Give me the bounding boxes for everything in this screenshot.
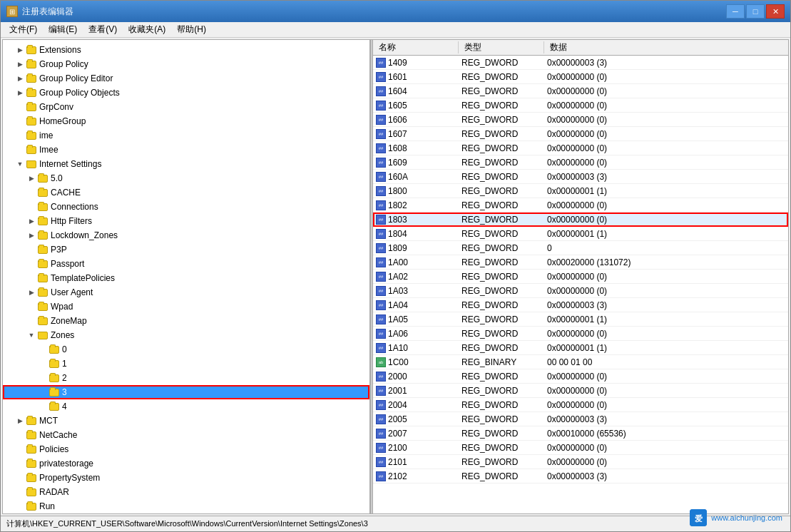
tree-node-mct[interactable]: ▶MCT: [3, 414, 369, 428]
tree-node-lockdown_zones[interactable]: ▶Lockdown_Zones: [3, 228, 369, 242]
tree-node-zones[interactable]: ▼Zones: [3, 328, 369, 342]
tree-expander[interactable]: [14, 458, 26, 469]
table-row[interactable]: ##2001REG_DWORD0x00000000 (0): [373, 384, 788, 398]
tree-expander[interactable]: ▶: [26, 230, 37, 241]
tree-expander[interactable]: [26, 272, 37, 284]
table-row[interactable]: ##1A05REG_DWORD0x00000001 (1): [373, 312, 788, 327]
menu-item-h[interactable]: 帮助(H): [171, 22, 212, 37]
tree-node-homegroup[interactable]: HomeGroup: [3, 114, 369, 128]
tree-expander[interactable]: [37, 358, 49, 369]
tree-expander[interactable]: ▼: [26, 329, 37, 341]
tree-node-zone4[interactable]: 4: [3, 399, 369, 414]
tree-expander[interactable]: [26, 258, 37, 270]
tree-expander[interactable]: [26, 244, 37, 255]
tree-expander[interactable]: [14, 144, 26, 155]
tree-expander[interactable]: [26, 315, 37, 327]
tree-node-internet_settings[interactable]: ▼Internet Settings: [3, 157, 369, 171]
table-row[interactable]: ##1608REG_DWORD0x00000000 (0): [373, 141, 788, 155]
table-row[interactable]: ##2005REG_DWORD0x00000003 (3): [373, 412, 788, 426]
tree-node-user_agent[interactable]: ▶User Agent: [3, 285, 369, 300]
tree-node-connections[interactable]: Connections: [3, 200, 369, 214]
table-row[interactable]: ##1605REG_DWORD0x00000000 (0): [373, 98, 788, 113]
table-row[interactable]: ##1607REG_DWORD0x00000000 (0): [373, 127, 788, 141]
tree-node-zone3[interactable]: 3: [3, 385, 369, 399]
tree-expander[interactable]: [26, 187, 37, 198]
tree-expander[interactable]: [37, 387, 49, 398]
table-row[interactable]: ##1606REG_DWORD0x00000000 (0): [373, 113, 788, 127]
tree-expander[interactable]: ▼: [14, 158, 26, 170]
table-row[interactable]: ##1A04REG_DWORD0x00000003 (3): [373, 298, 788, 312]
tree-node-netcache[interactable]: NetCache: [3, 428, 369, 442]
menu-item-v[interactable]: 查看(V): [83, 22, 123, 37]
tree-node-passport[interactable]: Passport: [3, 257, 369, 271]
menu-item-f[interactable]: 文件(F): [4, 22, 43, 37]
tree-expander[interactable]: ▶: [14, 44, 26, 56]
table-row[interactable]: ##1800REG_DWORD0x00000001 (1): [373, 184, 788, 198]
tree-expander[interactable]: ▶: [14, 58, 26, 70]
table-row[interactable]: ##1A02REG_DWORD0x00000000 (0): [373, 270, 788, 284]
tree-expander[interactable]: [14, 444, 26, 455]
tree-node-zone0[interactable]: 0: [3, 342, 369, 357]
table-row[interactable]: ##1A06REG_DWORD0x00000000 (0): [373, 327, 788, 341]
tree-node-ver50[interactable]: ▶5.0: [3, 171, 369, 185]
tree-expander[interactable]: ▶: [26, 173, 37, 184]
table-row[interactable]: ##1804REG_DWORD0x00000001 (1): [373, 227, 788, 241]
menu-item-e[interactable]: 编辑(E): [43, 22, 83, 37]
tree-node-property_system[interactable]: PropertySystem: [3, 471, 369, 485]
tree-expander[interactable]: [26, 301, 37, 312]
tree-node-run[interactable]: Run: [3, 499, 369, 513]
tree-expander[interactable]: [14, 116, 26, 127]
table-row[interactable]: ##2004REG_DWORD0x00000000 (0): [373, 398, 788, 412]
table-row[interactable]: ##2101REG_DWORD0x00000000 (0): [373, 455, 788, 469]
close-button[interactable]: ✕: [766, 4, 785, 19]
tree-expander[interactable]: [37, 372, 49, 384]
tree-node-imee[interactable]: Imee: [3, 143, 369, 157]
tree-node-wpad[interactable]: Wpad: [3, 300, 369, 314]
tree-node-radar[interactable]: RADAR: [3, 485, 369, 499]
table-row[interactable]: ##1609REG_DWORD0x00000000 (0): [373, 155, 788, 170]
tree-node-ime[interactable]: ime: [3, 128, 369, 143]
tree-expander[interactable]: ▶: [14, 73, 26, 84]
tree-expander[interactable]: [14, 101, 26, 113]
table-row[interactable]: ##1803REG_DWORD0x00000000 (0): [373, 213, 788, 227]
tree-node-extensions[interactable]: ▶Extensions: [3, 43, 369, 57]
tree-node-p3p[interactable]: P3P: [3, 242, 369, 257]
table-row[interactable]: ##1601REG_DWORD0x00000000 (0): [373, 70, 788, 84]
table-row[interactable]: ##1A00REG_DWORD0x00020000 (131072): [373, 255, 788, 270]
tree-node-zone2[interactable]: 2: [3, 371, 369, 385]
tree-node-policies[interactable]: Policies: [3, 442, 369, 456]
tree-expander[interactable]: [37, 344, 49, 355]
table-row[interactable]: ##1A10REG_DWORD0x00000001 (1): [373, 341, 788, 355]
tree-node-group_policy_editor[interactable]: ▶Group Policy Editor: [3, 71, 369, 86]
table-row[interactable]: ##2100REG_DWORD0x00000000 (0): [373, 441, 788, 455]
table-row[interactable]: ##1809REG_DWORD0: [373, 241, 788, 255]
tree-expander[interactable]: [14, 429, 26, 441]
table-row[interactable]: ##1A03REG_DWORD0x00000000 (0): [373, 284, 788, 298]
table-row[interactable]: ##1802REG_DWORD0x00000000 (0): [373, 198, 788, 213]
tree-node-grpconv[interactable]: GrpConv: [3, 100, 369, 114]
maximize-button[interactable]: □: [746, 4, 765, 19]
tree-expander[interactable]: [14, 501, 26, 512]
table-row[interactable]: ##2102REG_DWORD0x00000003 (3): [373, 469, 788, 484]
tree-node-group_policy_objects[interactable]: ▶Group Policy Objects: [3, 86, 369, 100]
table-row[interactable]: ##2007REG_DWORD0x00010000 (65536): [373, 426, 788, 441]
tree-expander[interactable]: [14, 472, 26, 484]
menu-item-a[interactable]: 收藏夹(A): [123, 22, 171, 37]
table-row[interactable]: ##160AREG_DWORD0x00000003 (3): [373, 170, 788, 184]
tree-expander[interactable]: [37, 401, 49, 412]
table-row[interactable]: ##1604REG_DWORD0x00000000 (0): [373, 84, 788, 98]
table-row[interactable]: ##1409REG_DWORD0x00000003 (3): [373, 56, 788, 70]
table-body[interactable]: ##1409REG_DWORD0x00000003 (3)##1601REG_D…: [373, 56, 788, 513]
tree-expander[interactable]: ▶: [14, 87, 26, 98]
tree-panel[interactable]: ▶Extensions▶Group Policy▶Group Policy Ed…: [3, 40, 370, 513]
tree-node-http_filters[interactable]: ▶Http Filters: [3, 214, 369, 228]
minimize-button[interactable]: ─: [726, 4, 745, 19]
tree-expander[interactable]: [14, 486, 26, 498]
tree-expander[interactable]: [26, 201, 37, 213]
tree-node-group_policy[interactable]: ▶Group Policy: [3, 57, 369, 71]
tree-expander[interactable]: ▶: [14, 415, 26, 426]
tree-node-template_policies[interactable]: TemplatePolicies: [3, 271, 369, 285]
tree-expander[interactable]: [14, 130, 26, 141]
tree-node-zone1[interactable]: 1: [3, 357, 369, 371]
tree-node-cache[interactable]: CACHE: [3, 185, 369, 200]
